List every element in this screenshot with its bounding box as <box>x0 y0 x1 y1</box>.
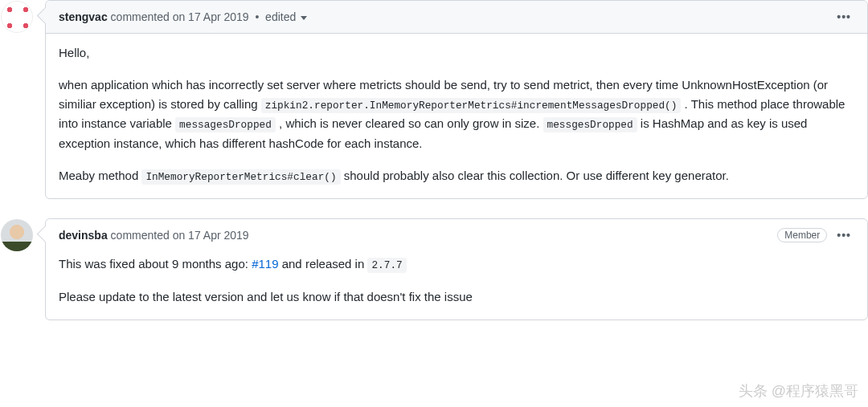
inline-code: messagesDropped <box>175 117 276 132</box>
inline-code: 2.7.7 <box>367 258 406 273</box>
comment-header: stengvac commented on 17 Apr 2019 • edit… <box>46 1 867 34</box>
comment-date[interactable]: 17 Apr 2019 <box>188 10 249 23</box>
action-text: commented <box>111 10 170 23</box>
inline-code: zipkin2.reporter.InMemoryReporterMetrics… <box>261 98 682 113</box>
kebab-menu-icon[interactable]: ••• <box>833 7 854 26</box>
avatar[interactable] <box>1 1 33 33</box>
issue-link[interactable]: #119 <box>252 257 278 271</box>
edited-indicator[interactable]: edited <box>265 10 307 23</box>
body-paragraph: Hello, <box>59 43 854 63</box>
role-badge: Member <box>777 228 827 242</box>
body-paragraph: Please update to the latest version and … <box>59 287 854 307</box>
kebab-menu-icon[interactable]: ••• <box>833 226 854 245</box>
action-text: commented <box>111 229 170 242</box>
comment-block: stengvac commented on 17 Apr 2019 • edit… <box>45 0 868 199</box>
avatar[interactable] <box>1 219 33 251</box>
comment-date[interactable]: 17 Apr 2019 <box>188 229 249 242</box>
inline-code: InMemoryReporterMetrics#clear() <box>141 169 340 185</box>
body-paragraph: when application which has incorrectly s… <box>59 75 854 153</box>
comment-header: devinsba commented on 17 Apr 2019 Member… <box>46 219 867 245</box>
body-paragraph: This was fixed about 9 months ago: #119 … <box>59 254 854 274</box>
on-text: on <box>173 229 186 242</box>
comment-body: Hello, when application which has incorr… <box>46 34 867 198</box>
on-text: on <box>173 10 186 23</box>
comment-body: This was fixed about 9 months ago: #119 … <box>46 245 867 319</box>
author-link[interactable]: devinsba <box>59 229 108 242</box>
inline-code: messgesDropped <box>543 117 637 132</box>
author-link[interactable]: stengvac <box>59 10 108 23</box>
comment-block: devinsba commented on 17 Apr 2019 Member… <box>45 218 868 319</box>
chevron-down-icon <box>301 16 307 20</box>
body-paragraph: Meaby method InMemoryReporterMetrics#cle… <box>59 166 854 185</box>
